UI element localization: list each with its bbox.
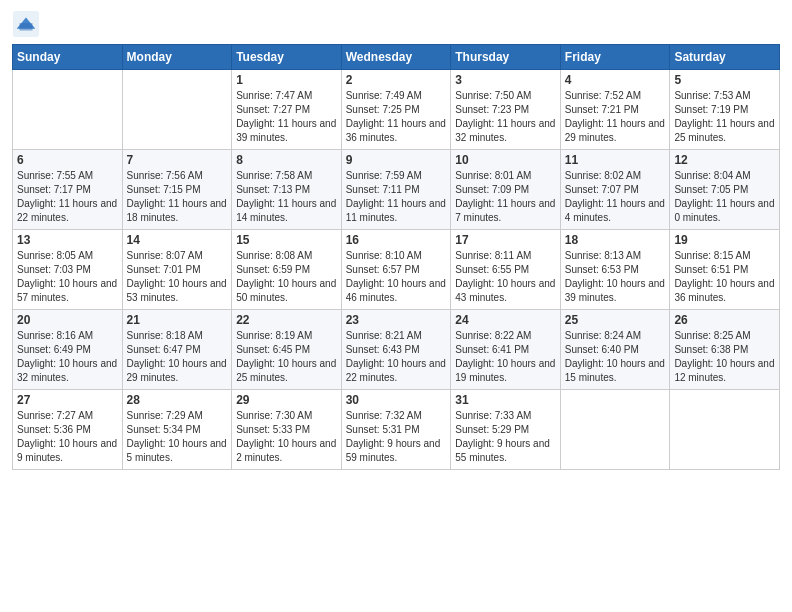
calendar-day-cell: 8Sunrise: 7:58 AMSunset: 7:13 PMDaylight…: [232, 150, 342, 230]
calendar-header-row: SundayMondayTuesdayWednesdayThursdayFrid…: [13, 45, 780, 70]
day-number: 1: [236, 73, 337, 87]
calendar-day-cell: 28Sunrise: 7:29 AMSunset: 5:34 PMDayligh…: [122, 390, 232, 470]
calendar-day-cell: 1Sunrise: 7:47 AMSunset: 7:27 PMDaylight…: [232, 70, 342, 150]
calendar-day-cell: 4Sunrise: 7:52 AMSunset: 7:21 PMDaylight…: [560, 70, 670, 150]
day-info: Sunrise: 7:32 AMSunset: 5:31 PMDaylight:…: [346, 409, 447, 465]
calendar-day-cell: 29Sunrise: 7:30 AMSunset: 5:33 PMDayligh…: [232, 390, 342, 470]
calendar-day-cell: 2Sunrise: 7:49 AMSunset: 7:25 PMDaylight…: [341, 70, 451, 150]
calendar-day-cell: 7Sunrise: 7:56 AMSunset: 7:15 PMDaylight…: [122, 150, 232, 230]
day-info: Sunrise: 7:33 AMSunset: 5:29 PMDaylight:…: [455, 409, 556, 465]
day-info: Sunrise: 8:13 AMSunset: 6:53 PMDaylight:…: [565, 249, 666, 305]
day-number: 29: [236, 393, 337, 407]
day-info: Sunrise: 7:56 AMSunset: 7:15 PMDaylight:…: [127, 169, 228, 225]
weekday-header: Sunday: [13, 45, 123, 70]
calendar-day-cell: 6Sunrise: 7:55 AMSunset: 7:17 PMDaylight…: [13, 150, 123, 230]
calendar-day-cell: 19Sunrise: 8:15 AMSunset: 6:51 PMDayligh…: [670, 230, 780, 310]
calendar-day-cell: 11Sunrise: 8:02 AMSunset: 7:07 PMDayligh…: [560, 150, 670, 230]
day-number: 15: [236, 233, 337, 247]
logo-icon: [12, 10, 40, 38]
calendar-week-row: 6Sunrise: 7:55 AMSunset: 7:17 PMDaylight…: [13, 150, 780, 230]
calendar-day-cell: [670, 390, 780, 470]
weekday-header: Monday: [122, 45, 232, 70]
day-number: 11: [565, 153, 666, 167]
calendar-week-row: 1Sunrise: 7:47 AMSunset: 7:27 PMDaylight…: [13, 70, 780, 150]
day-info: Sunrise: 7:53 AMSunset: 7:19 PMDaylight:…: [674, 89, 775, 145]
day-info: Sunrise: 8:16 AMSunset: 6:49 PMDaylight:…: [17, 329, 118, 385]
calendar-day-cell: 13Sunrise: 8:05 AMSunset: 7:03 PMDayligh…: [13, 230, 123, 310]
day-info: Sunrise: 8:07 AMSunset: 7:01 PMDaylight:…: [127, 249, 228, 305]
calendar-day-cell: [122, 70, 232, 150]
calendar-day-cell: 14Sunrise: 8:07 AMSunset: 7:01 PMDayligh…: [122, 230, 232, 310]
day-info: Sunrise: 7:27 AMSunset: 5:36 PMDaylight:…: [17, 409, 118, 465]
calendar-day-cell: 24Sunrise: 8:22 AMSunset: 6:41 PMDayligh…: [451, 310, 561, 390]
day-info: Sunrise: 7:49 AMSunset: 7:25 PMDaylight:…: [346, 89, 447, 145]
calendar-week-row: 20Sunrise: 8:16 AMSunset: 6:49 PMDayligh…: [13, 310, 780, 390]
day-info: Sunrise: 8:08 AMSunset: 6:59 PMDaylight:…: [236, 249, 337, 305]
calendar-day-cell: 20Sunrise: 8:16 AMSunset: 6:49 PMDayligh…: [13, 310, 123, 390]
day-number: 10: [455, 153, 556, 167]
day-number: 27: [17, 393, 118, 407]
calendar-day-cell: 17Sunrise: 8:11 AMSunset: 6:55 PMDayligh…: [451, 230, 561, 310]
calendar-day-cell: 22Sunrise: 8:19 AMSunset: 6:45 PMDayligh…: [232, 310, 342, 390]
day-info: Sunrise: 7:55 AMSunset: 7:17 PMDaylight:…: [17, 169, 118, 225]
calendar-day-cell: 3Sunrise: 7:50 AMSunset: 7:23 PMDaylight…: [451, 70, 561, 150]
calendar-day-cell: [13, 70, 123, 150]
day-info: Sunrise: 7:52 AMSunset: 7:21 PMDaylight:…: [565, 89, 666, 145]
day-info: Sunrise: 7:30 AMSunset: 5:33 PMDaylight:…: [236, 409, 337, 465]
day-number: 2: [346, 73, 447, 87]
day-number: 16: [346, 233, 447, 247]
day-number: 13: [17, 233, 118, 247]
day-info: Sunrise: 8:21 AMSunset: 6:43 PMDaylight:…: [346, 329, 447, 385]
day-number: 26: [674, 313, 775, 327]
calendar-day-cell: 23Sunrise: 8:21 AMSunset: 6:43 PMDayligh…: [341, 310, 451, 390]
day-number: 31: [455, 393, 556, 407]
day-number: 18: [565, 233, 666, 247]
header: [12, 10, 780, 38]
calendar-day-cell: [560, 390, 670, 470]
day-number: 6: [17, 153, 118, 167]
weekday-header: Saturday: [670, 45, 780, 70]
day-info: Sunrise: 8:04 AMSunset: 7:05 PMDaylight:…: [674, 169, 775, 225]
day-info: Sunrise: 8:22 AMSunset: 6:41 PMDaylight:…: [455, 329, 556, 385]
day-number: 14: [127, 233, 228, 247]
calendar-day-cell: 18Sunrise: 8:13 AMSunset: 6:53 PMDayligh…: [560, 230, 670, 310]
calendar-day-cell: 26Sunrise: 8:25 AMSunset: 6:38 PMDayligh…: [670, 310, 780, 390]
calendar-week-row: 13Sunrise: 8:05 AMSunset: 7:03 PMDayligh…: [13, 230, 780, 310]
calendar-day-cell: 16Sunrise: 8:10 AMSunset: 6:57 PMDayligh…: [341, 230, 451, 310]
calendar-day-cell: 21Sunrise: 8:18 AMSunset: 6:47 PMDayligh…: [122, 310, 232, 390]
day-info: Sunrise: 7:59 AMSunset: 7:11 PMDaylight:…: [346, 169, 447, 225]
day-number: 20: [17, 313, 118, 327]
day-number: 7: [127, 153, 228, 167]
day-number: 25: [565, 313, 666, 327]
day-number: 4: [565, 73, 666, 87]
calendar-day-cell: 5Sunrise: 7:53 AMSunset: 7:19 PMDaylight…: [670, 70, 780, 150]
day-info: Sunrise: 7:50 AMSunset: 7:23 PMDaylight:…: [455, 89, 556, 145]
day-info: Sunrise: 8:10 AMSunset: 6:57 PMDaylight:…: [346, 249, 447, 305]
logo: [12, 10, 44, 38]
weekday-header: Thursday: [451, 45, 561, 70]
day-info: Sunrise: 8:11 AMSunset: 6:55 PMDaylight:…: [455, 249, 556, 305]
day-number: 24: [455, 313, 556, 327]
weekday-header: Wednesday: [341, 45, 451, 70]
calendar-day-cell: 10Sunrise: 8:01 AMSunset: 7:09 PMDayligh…: [451, 150, 561, 230]
calendar-day-cell: 12Sunrise: 8:04 AMSunset: 7:05 PMDayligh…: [670, 150, 780, 230]
day-info: Sunrise: 8:19 AMSunset: 6:45 PMDaylight:…: [236, 329, 337, 385]
day-info: Sunrise: 8:05 AMSunset: 7:03 PMDaylight:…: [17, 249, 118, 305]
day-info: Sunrise: 8:15 AMSunset: 6:51 PMDaylight:…: [674, 249, 775, 305]
day-number: 28: [127, 393, 228, 407]
day-number: 22: [236, 313, 337, 327]
weekday-header: Friday: [560, 45, 670, 70]
day-number: 21: [127, 313, 228, 327]
day-info: Sunrise: 8:24 AMSunset: 6:40 PMDaylight:…: [565, 329, 666, 385]
calendar-day-cell: 9Sunrise: 7:59 AMSunset: 7:11 PMDaylight…: [341, 150, 451, 230]
day-number: 3: [455, 73, 556, 87]
day-number: 17: [455, 233, 556, 247]
day-number: 30: [346, 393, 447, 407]
day-info: Sunrise: 7:58 AMSunset: 7:13 PMDaylight:…: [236, 169, 337, 225]
calendar-table: SundayMondayTuesdayWednesdayThursdayFrid…: [12, 44, 780, 470]
day-info: Sunrise: 8:01 AMSunset: 7:09 PMDaylight:…: [455, 169, 556, 225]
calendar-day-cell: 25Sunrise: 8:24 AMSunset: 6:40 PMDayligh…: [560, 310, 670, 390]
day-info: Sunrise: 8:25 AMSunset: 6:38 PMDaylight:…: [674, 329, 775, 385]
day-number: 19: [674, 233, 775, 247]
day-number: 8: [236, 153, 337, 167]
